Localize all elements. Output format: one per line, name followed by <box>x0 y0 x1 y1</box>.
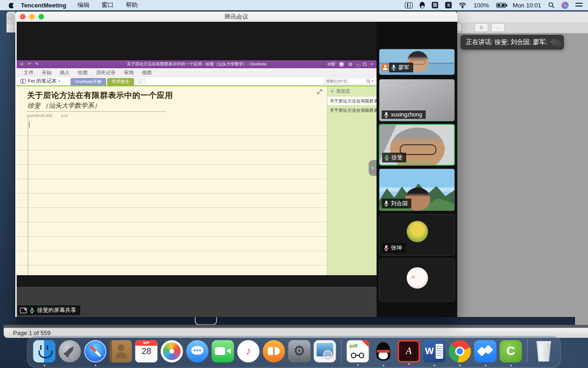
dock-books[interactable] <box>263 340 285 362</box>
input-method-icon[interactable]: 田 <box>432 2 438 8</box>
dock-finder[interactable] <box>33 340 56 362</box>
tab-view[interactable]: 视图 <box>138 68 156 77</box>
toolbar-button-s[interactable]: S <box>474 23 488 32</box>
participant-name-row: 刘合国 <box>382 199 411 208</box>
tab-review[interactable]: 审阅 <box>120 68 138 77</box>
menu-help[interactable]: 帮助 <box>126 1 138 9</box>
battery-icon[interactable] <box>496 3 506 8</box>
section-tabs: OneNote手册 学术报告 + <box>70 78 146 85</box>
add-page-button[interactable]: + 添加页 <box>327 86 377 97</box>
participant-tile[interactable]: 刘合国 <box>379 168 455 211</box>
user-avatar[interactable] <box>339 62 344 67</box>
participant-tile[interactable]: 张坤 <box>379 214 455 256</box>
meeting-titlebar[interactable]: 腾讯会议 <box>15 12 457 22</box>
toolbar-button-arrow[interactable]: → <box>491 23 505 32</box>
siri-icon[interactable] <box>562 2 569 9</box>
dock-trash[interactable] <box>533 340 555 362</box>
speaking-tooltip: 正在讲话: 徐斐; 刘合国; 廖军; <box>460 35 564 50</box>
dock-acrobat[interactable]: A <box>398 340 420 362</box>
onenote-titlebar: ⊙ ↶ ✎ 关于层论方法在有限群表示中的一个应用 - 徐斐（汕头大学数学）- O… <box>17 60 377 68</box>
left-edge-panel <box>6 25 15 32</box>
name-badge: 张坤 <box>382 243 406 253</box>
screen-share-area: ⊙ ↶ ✎ 关于层论方法在有限群表示中的一个应用 - 徐斐（汕头大学数学）- O… <box>17 22 377 317</box>
participant-name: 徐斐 <box>391 154 403 161</box>
tab-history[interactable]: 历史记录 <box>92 68 120 77</box>
dock-photos[interactable] <box>161 340 183 362</box>
dock-preview[interactable] <box>314 340 336 362</box>
dock-safari[interactable] <box>84 340 107 362</box>
menu-window[interactable]: 窗口 <box>102 1 114 9</box>
qq-status-icon[interactable] <box>420 2 425 8</box>
expand-page-icon[interactable] <box>317 89 322 94</box>
signed-in-user[interactable]: 徐斐 <box>327 62 335 67</box>
tab-insert[interactable]: 插入 <box>56 68 74 77</box>
dock-launchpad[interactable] <box>59 340 81 362</box>
apple-icon[interactable] <box>8 2 14 8</box>
clock-icon[interactable]: ⊙ <box>20 60 24 68</box>
note-page[interactable]: 关于层论方法在有限群表示中的一个应用 徐斐 （汕头大学数学系） 2020年9月2… <box>17 86 327 275</box>
dock-word[interactable]: W <box>423 340 446 362</box>
page-list-item-selected[interactable]: 关于层论方法在有限群表示中的一 <box>327 97 377 106</box>
minimize-icon[interactable]: – <box>357 60 359 68</box>
spotlight-icon[interactable] <box>548 2 555 8</box>
plus-icon: + <box>331 88 334 95</box>
dock-camtasia[interactable]: C <box>500 340 522 362</box>
page-title: 关于层论方法在有限群表示中的一个应用 <box>27 90 173 101</box>
notebook-name: Fei 的笔记本 <box>28 77 57 84</box>
section-tab-talks[interactable]: 学术报告 <box>107 78 134 85</box>
background-window-content <box>457 33 588 328</box>
app-menu-title[interactable]: TencentMeeting <box>21 2 66 9</box>
sidebar-collapse-handle[interactable]: › <box>369 160 377 176</box>
restore-icon[interactable] <box>363 63 366 66</box>
search-input[interactable] <box>326 79 365 84</box>
participant-tile[interactable]: xuxingzhong <box>379 79 455 122</box>
pen-icon[interactable]: ✎ <box>35 60 39 68</box>
section-tab-onenote-guide[interactable]: OneNote手册 <box>70 78 106 85</box>
menu-clock[interactable]: Mon 10:01 <box>513 2 541 9</box>
dock-facetime[interactable] <box>212 340 234 362</box>
participant-name: 廖军 <box>398 64 409 71</box>
dock-pdf-reader[interactable]: pdf <box>347 340 369 362</box>
screen: S → Page 1 of 559 腾讯会议 ⊙ ↶ ✎ 关于层论方 <box>0 0 588 368</box>
participant-name: xuxingzhong <box>391 111 422 118</box>
participant-tile-active-speaker[interactable]: 徐斐 <box>379 124 455 166</box>
dock-system-preferences[interactable]: ⚙ <box>288 340 311 362</box>
glasses-icon <box>351 353 357 358</box>
menu-edit[interactable]: 编辑 <box>77 1 89 9</box>
notebook-selector[interactable]: Fei 的笔记本 ▾ <box>20 77 60 84</box>
add-section-tab[interactable]: + <box>135 78 146 85</box>
dock-calendar[interactable]: SEP 28 <box>135 340 158 362</box>
page-list-item[interactable]: 关于层论方法在有限群表示中的应 <box>327 106 377 115</box>
dock-contacts[interactable] <box>110 340 132 362</box>
dock-tencent-meeting[interactable] <box>474 340 497 362</box>
dock-messages[interactable] <box>186 340 209 362</box>
microphone-muted-icon <box>384 245 389 251</box>
gear-icon: ⚙ <box>288 340 311 362</box>
tab-home[interactable]: 开始 <box>38 68 56 77</box>
sogou-status-icon[interactable]: S <box>445 2 452 8</box>
tab-draw[interactable]: 绘图 <box>74 68 92 77</box>
microphone-icon <box>384 112 389 118</box>
camtasia-letter: C <box>500 340 522 362</box>
dock-chrome[interactable] <box>449 340 471 362</box>
tab-file[interactable]: 文件 <box>19 68 38 77</box>
search-box[interactable]: ▾ <box>324 78 375 84</box>
participant-tile[interactable] <box>379 258 455 302</box>
participant-name-row: 张坤 <box>382 243 406 253</box>
close-icon[interactable]: × <box>371 60 373 68</box>
onenote-window: ⊙ ↶ ✎ 关于层论方法在有限群表示中的一个应用 - 徐斐（汕头大学数学）- O… <box>17 60 377 275</box>
film-status-icon[interactable] <box>405 2 413 8</box>
ribbon-display-icon[interactable]: ▤ <box>348 60 352 68</box>
dock-music[interactable]: ♪ <box>237 340 260 362</box>
calendar-month: SEP <box>135 341 158 344</box>
add-page-label: 添加页 <box>336 88 350 95</box>
text-caret <box>29 122 30 128</box>
participant-name-row: 徐斐 <box>382 153 406 162</box>
wifi-icon[interactable] <box>459 2 467 8</box>
undo-icon[interactable]: ↶ <box>28 60 32 68</box>
participant-tile[interactable]: 廖军 <box>379 49 455 75</box>
round-toolbar-button[interactable] <box>8 14 14 20</box>
chevron-right-icon: › <box>371 164 374 171</box>
dock-qq[interactable] <box>372 340 395 362</box>
notification-center-icon[interactable] <box>575 3 582 7</box>
